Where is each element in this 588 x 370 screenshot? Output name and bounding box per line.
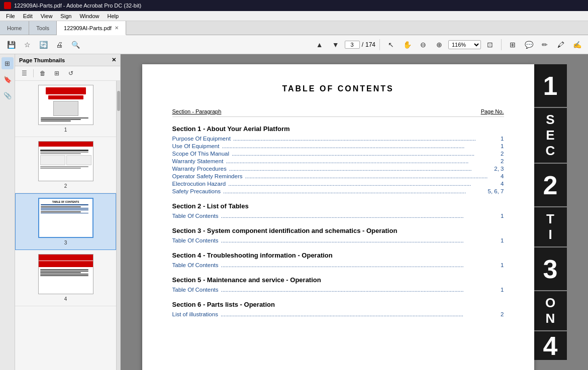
- toc-link-warranty-proc[interactable]: Warranty Procedures: [172, 166, 227, 172]
- section-tab-on-letters: O N: [534, 291, 567, 330]
- toc-dots-s6-illus: ........................................…: [219, 311, 500, 317]
- toc-link-s5-toc[interactable]: Table Of Contents: [172, 287, 219, 293]
- toc-dots-safety: ........................................…: [222, 188, 487, 194]
- toc-entry-scope[interactable]: Scope Of This Manual ...................…: [172, 151, 504, 157]
- sidebar-thumbnail-list[interactable]: 1: [15, 81, 116, 370]
- thumb3-line1: [41, 204, 88, 205]
- toc-link-s4-toc[interactable]: Table Of Contents: [172, 262, 219, 268]
- thumb1-line2: [41, 119, 81, 120]
- tab-tools[interactable]: Tools: [29, 21, 57, 35]
- toc-entry-purpose[interactable]: Purpose Of Equipment ...................…: [172, 136, 504, 142]
- sidebar-toolbar: ☰ 🗑 ⊞ ↺: [15, 66, 120, 81]
- thumbnail-3[interactable]: TABLE OF CONTENTS 3: [15, 193, 116, 250]
- tab-home[interactable]: Home: [0, 21, 29, 35]
- highlight-button[interactable]: 🖍: [554, 38, 568, 52]
- zoom-select[interactable]: 116% 100% 75% 150%: [448, 40, 481, 49]
- toc-column-headers: Section - Paragraph Page No.: [172, 108, 504, 117]
- thumb-label-1: 1: [64, 127, 67, 133]
- toc-entry-operator[interactable]: Operator Safety Reminders ..............…: [172, 173, 504, 179]
- toc-entry-warranty[interactable]: Warranty Statement .....................…: [172, 158, 504, 164]
- page-input[interactable]: [345, 41, 360, 49]
- section-number-2: 2: [543, 172, 558, 198]
- toc-entry-s5-toc[interactable]: Table Of Contents ......................…: [172, 287, 504, 293]
- thumb4-line4: [40, 274, 89, 275]
- sidebar-panel: Page Thumbnails ✕ ☰ 🗑 ⊞ ↺: [15, 54, 121, 370]
- sidebar-menu-button[interactable]: ☰: [18, 68, 30, 79]
- section-2-header: Section 2 - List of Tables: [172, 202, 504, 210]
- sidebar-scroll-area: 1: [15, 81, 120, 370]
- page-navigation: ▲ ▼ / 174: [313, 38, 375, 52]
- fit-page-button[interactable]: ⊡: [483, 38, 497, 52]
- toc-link-s2-toc[interactable]: Table Of Contents: [172, 213, 219, 219]
- toc-entry-s3-toc[interactable]: Table Of Contents ......................…: [172, 237, 504, 243]
- toc-link-operator[interactable]: Operator Safety Reminders: [172, 173, 243, 179]
- toc-link-s6-illus[interactable]: List of illustrations: [172, 311, 218, 317]
- signature-button[interactable]: ✍: [570, 38, 584, 52]
- tab-file[interactable]: 122909AI-Parts.pdf ✕: [57, 21, 126, 35]
- comment-button[interactable]: 💬: [522, 38, 536, 52]
- sidebar-spread-button[interactable]: ⊞: [51, 68, 63, 79]
- thumbnail-1[interactable]: 1: [15, 81, 116, 137]
- thumb2-header: [39, 142, 93, 147]
- toc-link-safety[interactable]: Safety Precautions: [172, 188, 221, 194]
- toc-entry-s4-toc[interactable]: Table Of Contents ......................…: [172, 262, 504, 268]
- sidebar-rotate-button[interactable]: ↺: [65, 68, 77, 79]
- zoom-out-button[interactable]: ⊖: [416, 38, 430, 52]
- thumbnail-4[interactable]: 4: [15, 250, 116, 306]
- pages-icon[interactable]: ⊞: [2, 57, 14, 69]
- toc-entry-use[interactable]: Use Of Equipment .......................…: [172, 143, 504, 149]
- toc-dots-operator: ........................................…: [243, 173, 500, 179]
- menu-sign[interactable]: Sign: [56, 13, 75, 20]
- sidebar-delete-button[interactable]: 🗑: [37, 68, 49, 79]
- thumb-frame-4: [38, 254, 93, 294]
- section-tab-4[interactable]: 4: [534, 331, 567, 360]
- menu-view[interactable]: View: [37, 13, 57, 20]
- menu-file[interactable]: File: [2, 13, 19, 20]
- toolbar-separator-1: [379, 39, 380, 50]
- toc-dots-s3-toc: ........................................…: [220, 237, 500, 243]
- toc-dots-electro: ........................................…: [227, 181, 500, 187]
- page-up-button[interactable]: ▲: [313, 38, 327, 52]
- toc-entry-s6-illus[interactable]: List of illustrations ..................…: [172, 311, 504, 317]
- menu-help[interactable]: Help: [104, 13, 123, 20]
- sync-button[interactable]: 🔄: [36, 38, 50, 52]
- page-down-button[interactable]: ▼: [329, 38, 343, 52]
- marquee-zoom-button[interactable]: ⊞: [506, 38, 520, 52]
- section-4-header: Section 4 - Troubleshooting information …: [172, 252, 504, 259]
- toc-page-warranty: 2: [501, 158, 504, 164]
- bookmarks-icon[interactable]: 🔖: [2, 73, 14, 85]
- toc-link-warranty[interactable]: Warranty Statement: [172, 158, 224, 164]
- tab-close-button[interactable]: ✕: [115, 25, 119, 31]
- toc-link-electro[interactable]: Electrocution Hazard: [172, 181, 226, 187]
- toc-link-s3-toc[interactable]: Table Of Contents: [172, 237, 219, 243]
- hand-tool-button[interactable]: ✋: [400, 38, 414, 52]
- pdf-viewer[interactable]: TABLE OF CONTENTS Section - Paragraph Pa…: [121, 54, 588, 370]
- sidebar-close-button[interactable]: ✕: [112, 57, 116, 63]
- zoom-in-button[interactable]: ⊕: [432, 38, 446, 52]
- save-button[interactable]: 💾: [4, 38, 18, 52]
- section-number-3: 3: [543, 256, 558, 282]
- toc-link-scope[interactable]: Scope Of This Manual: [172, 151, 230, 157]
- toc-entry-electro[interactable]: Electrocution Hazard ...................…: [172, 181, 504, 187]
- zoom-out-toolbar-button[interactable]: 🔍: [68, 38, 82, 52]
- toc-link-purpose[interactable]: Purpose Of Equipment: [172, 136, 231, 142]
- bookmark-button[interactable]: ☆: [20, 38, 34, 52]
- pencil-button[interactable]: ✏: [538, 38, 552, 52]
- section-tab-2[interactable]: 2: [534, 164, 567, 206]
- sidebar-scrollbar[interactable]: [116, 81, 120, 370]
- section-tabs-container: 1 S E C 2 T I 3 O N: [534, 64, 567, 360]
- menu-edit[interactable]: Edit: [19, 13, 37, 20]
- page-total: 174: [365, 41, 375, 48]
- print-button[interactable]: 🖨: [52, 38, 66, 52]
- toc-link-use[interactable]: Use Of Equipment: [172, 143, 220, 149]
- select-tool-button[interactable]: ↖: [384, 38, 398, 52]
- toc-page-s2-toc: 1: [501, 213, 504, 219]
- thumbnail-2[interactable]: 2: [15, 137, 116, 193]
- menu-window[interactable]: Window: [75, 13, 103, 20]
- toc-entry-s2-toc[interactable]: Table Of Contents ......................…: [172, 213, 504, 219]
- section-tab-1[interactable]: 1: [534, 64, 567, 107]
- section-tab-3[interactable]: 3: [534, 248, 567, 290]
- toc-entry-safety[interactable]: Safety Precautions .....................…: [172, 188, 504, 194]
- toc-entry-warranty-proc[interactable]: Warranty Procedures ....................…: [172, 166, 504, 172]
- attachments-icon[interactable]: 📎: [2, 89, 14, 101]
